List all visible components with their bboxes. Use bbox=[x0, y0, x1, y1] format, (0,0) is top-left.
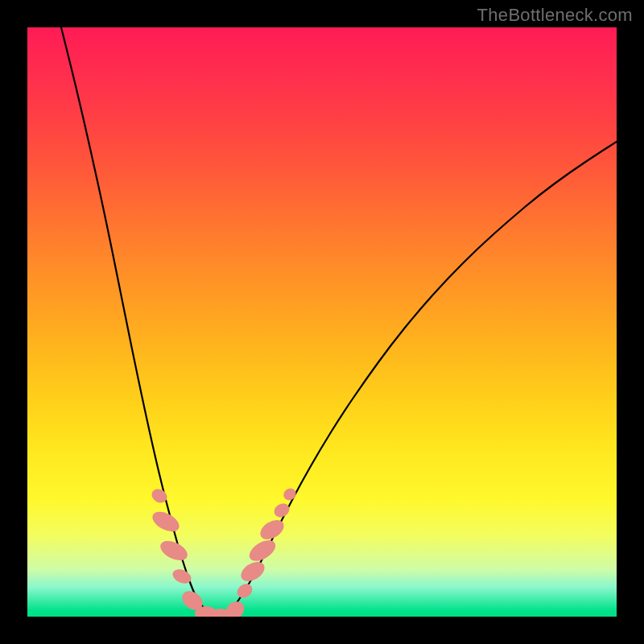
chart-marker bbox=[157, 537, 190, 564]
chart-curve bbox=[61, 27, 617, 616]
chart-marker bbox=[246, 536, 279, 565]
chart-marker bbox=[149, 508, 182, 536]
chart-marker bbox=[234, 581, 255, 601]
watermark-label: TheBottleneck.com bbox=[477, 5, 633, 26]
chart-marker bbox=[271, 501, 291, 520]
chart-svg bbox=[27, 27, 617, 617]
chart-markers bbox=[149, 486, 298, 617]
chart-area bbox=[27, 27, 617, 617]
chart-marker bbox=[237, 558, 268, 585]
chart-marker bbox=[282, 486, 299, 502]
